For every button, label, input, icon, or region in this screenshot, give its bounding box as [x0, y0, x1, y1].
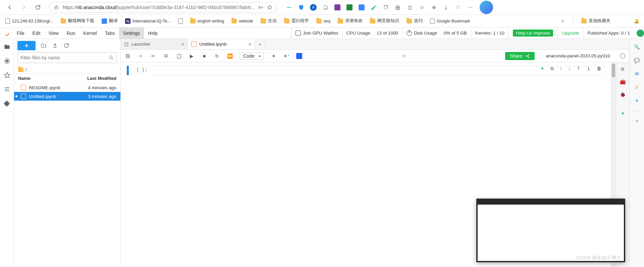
- share-button[interactable]: Share: [505, 52, 534, 60]
- ext-excel-icon[interactable]: [346, 4, 353, 11]
- launcher-tab-icon[interactable]: [4, 72, 10, 78]
- ext-shield-icon[interactable]: [298, 4, 305, 11]
- ext-hash-icon[interactable]: #: [310, 4, 317, 11]
- collections-icon[interactable]: ⊕: [431, 4, 437, 11]
- menu-tabs[interactable]: Tabs: [101, 28, 119, 39]
- edge-chat-icon[interactable]: 💬: [634, 57, 640, 64]
- col-modified[interactable]: Last Modified: [87, 76, 116, 81]
- menu-help[interactable]: Help: [144, 28, 162, 39]
- bookmark-item[interactable]: [177, 18, 184, 24]
- run-all-icon[interactable]: ⏩: [227, 53, 233, 59]
- breadcrumb[interactable]: /: [14, 66, 120, 73]
- cut-icon[interactable]: ✂: [150, 53, 156, 59]
- ext-lab-icon[interactable]: 🧪: [370, 4, 377, 11]
- preview-thumbnail[interactable]: [476, 199, 625, 262]
- cell-move-up-icon[interactable]: ↑: [560, 66, 562, 71]
- bookmark-item[interactable]: 亲测有效: [336, 17, 364, 24]
- cell-collapser[interactable]: [127, 66, 129, 75]
- ai-sidebar-icon[interactable]: ✦: [620, 110, 626, 117]
- cog-icon[interactable]: ⚙: [620, 66, 626, 72]
- performance-icon[interactable]: ♡: [455, 4, 462, 11]
- bookmark-item[interactable]: 翻墙网络下载: [59, 17, 96, 24]
- edge-add-icon[interactable]: ＋: [634, 118, 640, 124]
- menu-kernel[interactable]: Kernel: [79, 28, 101, 39]
- filebrowser-tab-icon[interactable]: [4, 44, 10, 50]
- edge-search-icon[interactable]: 🔍: [634, 44, 640, 50]
- refresh-filebrowser-icon[interactable]: [63, 42, 70, 49]
- cell-insert-below-icon[interactable]: ⤓: [587, 66, 591, 71]
- close-icon[interactable]: ×: [249, 42, 251, 47]
- help-improve-button[interactable]: Help Us Improve: [508, 28, 557, 39]
- settings-gear-icon[interactable]: ⚙: [401, 53, 407, 59]
- bookmark-item[interactable]: IQInternational-IQ-Te...: [124, 18, 172, 24]
- menu-file[interactable]: File: [13, 28, 29, 39]
- tab-notebook[interactable]: Untitled.ipynb×: [188, 39, 255, 49]
- reader-mode[interactable]: A»: [258, 5, 263, 10]
- running-tab-icon[interactable]: [4, 58, 10, 64]
- more-icon[interactable]: ⋯: [467, 4, 474, 11]
- new-launcher-button[interactable]: +: [17, 41, 36, 50]
- toc-tab-icon[interactable]: [4, 86, 10, 93]
- bookmark-item[interactable]: seq: [315, 18, 332, 24]
- ext-puzzle-icon[interactable]: ⨁: [394, 4, 401, 11]
- bookmark-item[interactable]: website: [230, 18, 254, 24]
- ext-translate-icon[interactable]: [358, 4, 365, 11]
- copilot-button[interactable]: [480, 1, 493, 14]
- copy-icon[interactable]: ⧉: [163, 53, 169, 59]
- ext-split-icon[interactable]: ◫: [407, 4, 413, 11]
- add-cell-icon[interactable]: ＋: [138, 53, 144, 59]
- tab-launcher[interactable]: Launcher×: [121, 39, 188, 49]
- ext-page-icon[interactable]: ❏: [322, 4, 329, 11]
- menu-run[interactable]: Run: [63, 28, 79, 39]
- menu-settings[interactable]: Settings: [119, 28, 144, 39]
- filter-input-field[interactable]: [20, 55, 109, 60]
- jupyter-logo[interactable]: [0, 28, 13, 39]
- restart-icon[interactable]: ↻: [214, 53, 220, 59]
- bookmark-item[interactable]: Google Bookmark: [429, 18, 472, 24]
- bookmark-item[interactable]: 网页致知识: [369, 17, 400, 24]
- col-name[interactable]: Name: [18, 76, 31, 81]
- gpu-waitlist-button[interactable]: Join GPU Waitlist: [291, 28, 342, 39]
- edge-wand-icon[interactable]: 🪄: [634, 84, 640, 91]
- new-folder-icon[interactable]: [40, 42, 47, 49]
- ai-assist-icon[interactable]: ✦: [271, 53, 277, 59]
- bug-icon[interactable]: 🐞: [620, 91, 626, 98]
- forward-button[interactable]: [18, 2, 30, 13]
- form-icon[interactable]: [296, 53, 302, 59]
- close-icon[interactable]: ×: [181, 42, 184, 47]
- stop-icon[interactable]: ■: [201, 53, 207, 59]
- upload-icon[interactable]: [52, 42, 58, 49]
- extensions-tab-icon[interactable]: [4, 100, 10, 107]
- cell-type-select[interactable]: Code: [239, 52, 264, 60]
- ext-dash-icon[interactable]: [286, 4, 292, 11]
- refresh-button[interactable]: [32, 2, 44, 13]
- notification-bell-icon[interactable]: 🔔: [633, 18, 640, 24]
- back-button[interactable]: [4, 2, 15, 13]
- bookmark-item[interactable]: 121.248.63.139/zsgl...: [4, 18, 55, 24]
- toolbox-icon[interactable]: 🧰: [620, 78, 626, 85]
- save-icon[interactable]: [125, 53, 131, 59]
- upgrade-button[interactable]: Upgrade: [557, 28, 583, 39]
- downloads-icon[interactable]: ⭳: [443, 4, 449, 11]
- bookmark-item[interactable]: 翻译: [100, 17, 119, 24]
- bookmarks-overflow[interactable]: [559, 18, 566, 24]
- bookmark-item[interactable]: 生信: [259, 17, 278, 24]
- cell-ai-icon[interactable]: ✦: [540, 66, 544, 71]
- cell-duplicate-icon[interactable]: ⧉: [550, 66, 554, 71]
- address-bar[interactable]: https://nb.anaconda.cloud/jupyterhub/use…: [49, 2, 277, 13]
- menu-view[interactable]: View: [45, 28, 63, 39]
- add-tab-button[interactable]: +: [255, 39, 265, 49]
- menu-edit[interactable]: Edit: [29, 28, 45, 39]
- cell-insert-above-icon[interactable]: ⤒: [577, 66, 581, 71]
- star-icon[interactable]: [267, 4, 273, 10]
- file-row[interactable]: README.ipynb 4 minutes ago: [14, 83, 120, 92]
- edge-send-icon[interactable]: ✈: [634, 97, 640, 104]
- edge-outlook-icon[interactable]: ✉: [634, 70, 640, 77]
- bookmark-item[interactable]: english writing: [189, 18, 225, 24]
- file-row[interactable]: Untitled.ipynb 3 minutes ago: [14, 92, 120, 101]
- ext-copy-icon[interactable]: ❐: [382, 4, 389, 11]
- cell-delete-icon[interactable]: 🗑: [597, 66, 601, 71]
- ai-assist-plus-icon[interactable]: ✦⁺: [283, 53, 289, 59]
- favorites-icon[interactable]: ✩: [419, 4, 425, 11]
- bookmark-item[interactable]: 选刊: [405, 17, 424, 24]
